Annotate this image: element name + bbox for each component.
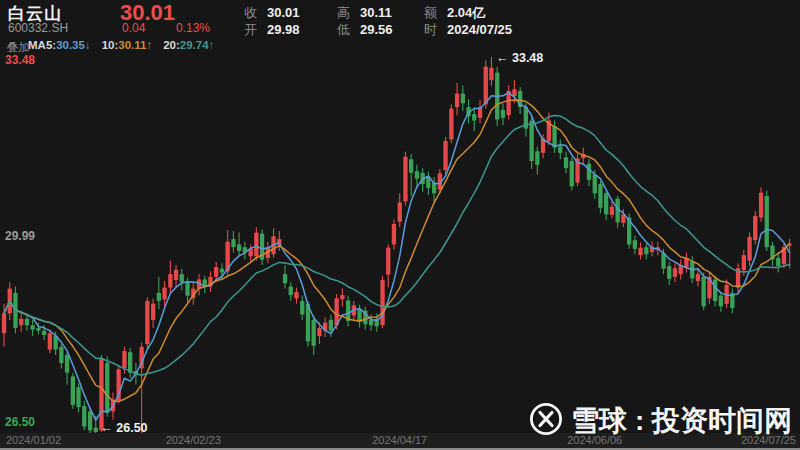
ma-legend-item-10: 10:30.11↑ — [102, 39, 153, 51]
kline-chart[interactable]: ← 33.48← 26.50 — [0, 0, 800, 450]
ma10-line — [4, 100, 790, 402]
ma-legend: MA5:30.35↓10:30.11↑20:29.74↑ — [28, 39, 214, 51]
stat-amount: 额2.04亿 — [424, 4, 485, 22]
ma-legend-item-5: MA5:30.35↓ — [28, 39, 91, 51]
ma20-line — [4, 116, 790, 376]
watermark: 雪球 : 投资时间网 — [528, 401, 792, 441]
price-change: 0.04 — [122, 21, 145, 35]
x-axis-label: 2024/02/23 — [166, 434, 221, 446]
ma5-line — [4, 93, 790, 421]
stock-code: 600332.SH — [8, 21, 68, 35]
high-price-annotation: ← 33.48 — [496, 51, 543, 65]
price-change-percent: 0.13% — [176, 21, 210, 35]
stat-low: 低29.56 — [337, 21, 393, 39]
candlestick-series — [2, 57, 792, 440]
y-axis-label-high: 33.48 — [5, 53, 35, 67]
ma-legend-item-20: 20:29.74↑ — [163, 39, 214, 51]
stat-close: 收30.01 — [244, 4, 300, 22]
stat-open: 开29.98 — [244, 21, 300, 39]
y-axis-label-mid: 29.99 — [5, 229, 35, 243]
stat-time: 时2024/07/25 — [424, 21, 512, 39]
x-axis-label: 2024/04/17 — [372, 434, 427, 446]
y-axis-label-low: 26.50 — [5, 415, 35, 429]
stat-high: 高30.11 — [337, 4, 392, 22]
stock-chart-app: ← 33.48← 26.50 白云山 600332.SH 30.01 0.04 … — [0, 0, 800, 450]
xueqiu-logo-icon — [528, 401, 564, 441]
watermark-text: 雪球 : 投资时间网 — [571, 402, 792, 440]
x-axis-label: 2024/01/02 — [6, 434, 61, 446]
